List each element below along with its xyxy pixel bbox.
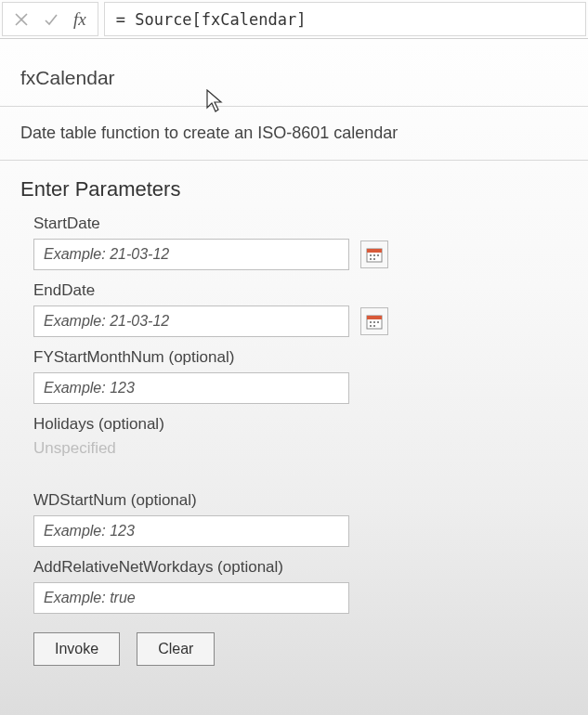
param-addrelativenetworkdays: AddRelativeNetWorkdays (optional)	[33, 558, 568, 614]
cancel-formula-icon[interactable]	[7, 3, 36, 36]
holidays-unspecified: Unspecified	[33, 439, 568, 458]
param-label-wdstartnum: WDStartNum (optional)	[33, 491, 568, 510]
enter-parameters-title: Enter Parameters	[20, 161, 568, 214]
param-label-fystartmonthnum: FYStartMonthNum (optional)	[33, 348, 568, 367]
svg-rect-13	[373, 325, 375, 327]
content-area: fxCalendar Date table function to create…	[0, 39, 588, 666]
accept-formula-icon[interactable]	[36, 3, 66, 36]
startdate-input[interactable]	[33, 239, 349, 270]
param-holidays: Holidays (optional)	[33, 415, 568, 434]
fx-label: fx	[66, 9, 94, 30]
enddate-input[interactable]	[33, 306, 349, 337]
formula-input[interactable]	[104, 2, 586, 36]
formula-controls: fx	[2, 2, 98, 36]
formula-bar: fx	[0, 0, 588, 39]
param-fystartmonthnum: FYStartMonthNum (optional)	[33, 348, 568, 404]
fystartmonthnum-input[interactable]	[33, 372, 349, 404]
svg-rect-8	[367, 316, 382, 319]
svg-rect-12	[370, 325, 372, 327]
date-picker-icon[interactable]	[360, 307, 388, 335]
button-row: Invoke Clear	[33, 632, 568, 666]
svg-rect-6	[373, 258, 375, 260]
date-picker-icon[interactable]	[360, 240, 388, 268]
invoke-button[interactable]: Invoke	[33, 632, 120, 666]
param-label-enddate: EndDate	[33, 281, 568, 300]
clear-button[interactable]: Clear	[137, 632, 215, 666]
function-description: Date table function to create an ISO-860…	[20, 107, 568, 160]
svg-rect-3	[373, 254, 375, 256]
param-wdstartnum: WDStartNum (optional)	[33, 491, 568, 547]
param-label-addrelativenetworkdays: AddRelativeNetWorkdays (optional)	[33, 558, 568, 577]
svg-rect-9	[370, 321, 372, 323]
svg-rect-10	[373, 321, 375, 323]
svg-rect-5	[370, 258, 372, 260]
function-name: fxCalendar	[20, 56, 568, 106]
param-startdate: StartDate	[33, 214, 568, 270]
param-enddate: EndDate	[33, 281, 568, 337]
svg-rect-2	[370, 254, 372, 256]
svg-rect-1	[367, 249, 382, 253]
param-label-holidays: Holidays (optional)	[33, 415, 568, 434]
svg-rect-11	[377, 321, 379, 323]
svg-rect-4	[377, 254, 379, 256]
param-label-startdate: StartDate	[33, 214, 568, 233]
addrelativenetworkdays-input[interactable]	[33, 582, 349, 614]
wdstartnum-input[interactable]	[33, 515, 349, 547]
